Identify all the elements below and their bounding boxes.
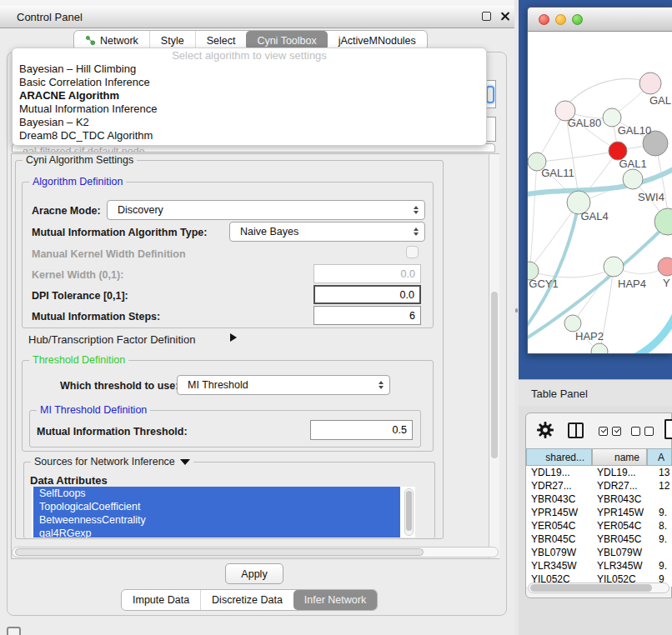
network-node[interactable] xyxy=(591,343,608,354)
algorithm-option-dream8-dc-tdc-algorithm[interactable]: Dream8 DC_TDC Algorithm xyxy=(13,129,486,142)
settings-hscrollbar-thumb[interactable] xyxy=(15,548,424,556)
table-cell[interactable]: YLR345W xyxy=(526,559,592,572)
document-icon[interactable] xyxy=(664,419,672,439)
tab-label: Impute Data xyxy=(133,594,189,606)
algorithm-option-aracne-algorithm[interactable]: ARACNE Algorithm xyxy=(13,89,486,102)
table-cell[interactable]: 12 xyxy=(647,479,672,492)
combo-arrows-icon xyxy=(414,206,419,214)
aracne-mode-combo[interactable]: Discovery xyxy=(107,200,425,220)
table-cell[interactable]: YPR145W xyxy=(526,506,592,519)
table-row[interactable]: YLR345WYLR345W9. xyxy=(526,559,672,572)
mi-threshold-definition-title: MI Threshold Definition xyxy=(37,404,150,416)
table-cell[interactable]: 9. xyxy=(647,506,672,519)
table-cell[interactable]: YER054C xyxy=(592,519,647,532)
network-window: GALGAL80GAL10GAL1GAL11SWI4GAL4GCY1HAP4YH… xyxy=(527,7,672,354)
table-cell[interactable] xyxy=(647,492,672,506)
column-header-name[interactable]: name xyxy=(592,448,647,466)
float-window-icon[interactable] xyxy=(482,12,491,21)
focus-ring-fragment xyxy=(486,86,494,103)
algorithm-option-bayesian-hill-climbing[interactable]: Bayesian – Hill Climbing xyxy=(13,62,486,76)
column-header-a[interactable]: A xyxy=(647,448,672,466)
table-cell[interactable]: 13 xyxy=(647,466,672,479)
settings-vscrollbar[interactable] xyxy=(489,154,499,558)
zoom-traffic-light-icon[interactable] xyxy=(572,14,583,25)
table-cell[interactable]: YBR045C xyxy=(592,532,647,546)
table-cell[interactable]: YER054C xyxy=(526,519,592,532)
table-row[interactable]: YPR145WYPR145W9. xyxy=(526,506,672,519)
table-cell[interactable]: 8. xyxy=(647,519,672,532)
gear-icon[interactable] xyxy=(536,421,554,439)
network-node[interactable] xyxy=(654,208,672,235)
corner-panel-icon[interactable] xyxy=(7,627,21,635)
table-row[interactable]: YER054CYER054C8. xyxy=(526,519,672,532)
attribute-item-selfloops[interactable]: SelfLoops xyxy=(33,487,400,500)
which-threshold-combo[interactable]: MI Threshold xyxy=(177,375,390,395)
apply-button-label: Apply xyxy=(241,568,267,580)
table-cell[interactable]: YBL079W xyxy=(526,546,592,559)
table-cell[interactable]: YDR27... xyxy=(526,479,592,492)
settings-vscrollbar-thumb[interactable] xyxy=(491,292,498,458)
close-traffic-light-icon[interactable] xyxy=(539,14,549,25)
dpi-tolerance-field[interactable]: 0.0 xyxy=(313,285,421,304)
table-cell[interactable]: YDL19... xyxy=(592,466,647,479)
table-row[interactable]: YBL079WYBL079W xyxy=(526,546,672,559)
table-cell[interactable]: YDR27... xyxy=(592,479,647,492)
manual-kernel-checkbox[interactable] xyxy=(406,246,419,258)
node-label-gcy1: GCY1 xyxy=(529,278,558,290)
mi-type-combo[interactable]: Naive Bayes xyxy=(229,222,425,242)
attribute-item-betweennesscentrality[interactable]: BetweennessCentrality xyxy=(33,513,400,527)
table-cell[interactable]: YBR043C xyxy=(526,492,592,506)
network-canvas[interactable]: GALGAL80GAL10GAL1GAL11SWI4GAL4GCY1HAP4YH… xyxy=(528,32,672,354)
algorithm-option-basic-correlation-inference[interactable]: Basic Correlation Inference xyxy=(13,76,486,89)
split-columns-icon[interactable] xyxy=(568,422,584,438)
tab-label: Cyni Toolbox xyxy=(257,35,316,47)
algorithm-option-bayesian-k2[interactable]: Bayesian – K2 xyxy=(13,116,486,129)
network-node[interactable] xyxy=(564,315,581,332)
bottom-tab-impute-data[interactable]: Impute Data xyxy=(122,590,200,610)
minimize-traffic-light-icon[interactable] xyxy=(555,14,566,25)
tab-label: Network xyxy=(100,35,138,47)
network-node[interactable] xyxy=(639,72,661,94)
settings-hscrollbar[interactable] xyxy=(12,547,499,558)
collapse-arrow-icon[interactable] xyxy=(180,459,190,465)
attributes-scrollbar-thumb[interactable] xyxy=(406,491,412,531)
kernel-width-field[interactable]: 0.0 xyxy=(313,264,421,283)
table-cell[interactable]: YBR043C xyxy=(592,492,647,506)
table-hscrollbar-thumb[interactable] xyxy=(530,584,652,592)
table-cell[interactable]: YDL19... xyxy=(526,466,592,479)
table-cell[interactable]: YBL079W xyxy=(592,546,647,559)
table-cell[interactable] xyxy=(647,546,672,559)
table-row[interactable]: YDL19...YDL19...13 xyxy=(526,466,672,479)
network-node[interactable] xyxy=(604,257,624,277)
which-threshold-value: MI Threshold xyxy=(188,379,248,391)
table-cell[interactable]: 9. xyxy=(647,559,672,572)
unchecked-pair-icon[interactable] xyxy=(631,427,658,436)
table-cell[interactable]: YBR045C xyxy=(526,532,592,546)
bottom-tab-discretize-data[interactable]: Discretize Data xyxy=(200,590,293,610)
network-node[interactable] xyxy=(658,258,672,276)
table-cell[interactable]: YLR345W xyxy=(592,559,647,572)
mi-threshold-field[interactable]: 0.5 xyxy=(310,420,413,440)
divider-handle[interactable] xyxy=(515,308,518,312)
column-header-shared[interactable]: shared... xyxy=(526,448,592,466)
attribute-item-topologicalcoefficient[interactable]: TopologicalCoefficient xyxy=(33,500,400,513)
table-row[interactable]: YBR045CYBR045C9. xyxy=(526,532,672,546)
algorithm-option-mutual-information-inference[interactable]: Mutual Information Inference xyxy=(13,102,486,116)
table-row[interactable]: YDR27...YDR27...12 xyxy=(526,479,672,492)
node-label-gal10: GAL10 xyxy=(618,124,651,137)
table-row[interactable]: YBR043CYBR043C xyxy=(526,492,672,506)
network-window-titlebar[interactable] xyxy=(528,8,672,32)
network-node[interactable] xyxy=(623,169,643,189)
bottom-tab-infer-network[interactable]: Infer Network xyxy=(293,590,377,610)
attributes-scrollbar[interactable] xyxy=(404,488,414,536)
apply-button[interactable]: Apply xyxy=(225,563,283,584)
hub-definition-label: Hub/Transcription Factor Definition xyxy=(28,333,195,346)
checked-pair-icon[interactable] xyxy=(599,427,625,436)
attribute-item-gal4rgexp[interactable]: gal4RGexp xyxy=(33,527,400,538)
expand-arrow-icon[interactable] xyxy=(230,333,237,342)
table-hscrollbar[interactable] xyxy=(528,582,669,593)
table-cell[interactable]: 9. xyxy=(647,532,672,546)
mi-steps-field[interactable]: 6 xyxy=(313,306,421,325)
close-icon[interactable] xyxy=(499,11,510,22)
table-cell[interactable]: YPR145W xyxy=(592,506,647,519)
